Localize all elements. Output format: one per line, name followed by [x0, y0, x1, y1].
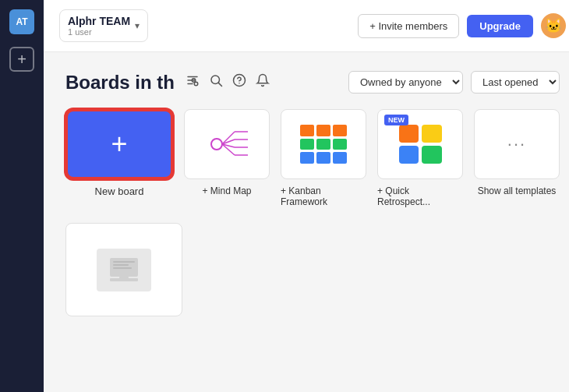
- ellipsis-icon: ···: [507, 134, 526, 154]
- template-card-retro[interactable]: NEW + Quick Retrospect...: [377, 109, 463, 207]
- svg-rect-20: [119, 277, 129, 280]
- retro-preview: NEW: [377, 109, 463, 179]
- page-title: Boards in th: [65, 72, 175, 94]
- bell-icon[interactable]: [256, 73, 270, 91]
- kanban-grid: [300, 125, 347, 164]
- kanban-cell: [333, 125, 347, 136]
- kanban-cell: [333, 152, 347, 164]
- main-content: Alphr TEAM 1 user ▾ + Invite members Upg…: [44, 0, 569, 392]
- sidebar-add-button[interactable]: +: [9, 47, 34, 72]
- help-icon[interactable]: [232, 73, 246, 91]
- svg-line-6: [218, 83, 221, 86]
- filter-icon[interactable]: [186, 73, 200, 91]
- retro-cell: [399, 146, 419, 164]
- template-card-kanban[interactable]: + Kanban Framework: [281, 109, 366, 207]
- mindmap-preview: [184, 109, 270, 179]
- show-templates-preview: ···: [474, 109, 560, 179]
- board-thumbnail: [97, 249, 151, 291]
- svg-rect-21: [113, 261, 135, 263]
- kanban-preview: [281, 109, 366, 179]
- show-all-templates-card[interactable]: ··· Show all templates: [474, 109, 560, 196]
- svg-point-9: [211, 139, 222, 150]
- svg-rect-22: [113, 264, 129, 266]
- plus-icon: +: [111, 130, 127, 158]
- boards-row: + New board: [65, 109, 560, 207]
- invite-members-button[interactable]: + Invite members: [358, 14, 459, 38]
- sidebar-avatar[interactable]: AT: [9, 9, 34, 34]
- boards-list: [65, 223, 560, 316]
- kanban-cell: [316, 139, 330, 150]
- new-board-card[interactable]: + New board: [65, 109, 173, 197]
- content-area: Boards in th: [44, 52, 569, 392]
- header: Alphr TEAM 1 user ▾ + Invite members Upg…: [44, 0, 569, 52]
- svg-rect-23: [113, 267, 132, 269]
- retro-grid: [399, 125, 442, 164]
- kanban-cell: [300, 152, 314, 164]
- kanban-cell: [316, 125, 330, 136]
- svg-point-3: [194, 82, 198, 86]
- kanban-cell: [333, 139, 347, 150]
- kanban-label: + Kanban Framework: [281, 185, 366, 207]
- sort-filter-select[interactable]: Last opened: [471, 71, 560, 94]
- header-actions: + Invite members Upgrade 🐱: [358, 13, 566, 38]
- mindmap-label: + Mind Map: [202, 185, 251, 196]
- kanban-cell: [300, 125, 314, 136]
- header-filters: Owned by anyone Last opened: [348, 71, 560, 94]
- kanban-cell: [316, 152, 330, 164]
- sidebar: AT +: [0, 0, 44, 392]
- workspace-info: Alphr TEAM 1 user: [68, 15, 130, 37]
- header-icons: [186, 73, 270, 91]
- search-icon[interactable]: [209, 73, 223, 91]
- retro-cell: [422, 125, 442, 143]
- owned-filter-select[interactable]: Owned by anyone: [348, 71, 463, 94]
- workspace-name: Alphr TEAM: [68, 15, 130, 27]
- workspace-selector[interactable]: Alphr TEAM 1 user ▾: [59, 9, 148, 42]
- template-card-mindmap[interactable]: + Mind Map: [184, 109, 270, 196]
- chevron-down-icon: ▾: [135, 20, 140, 31]
- new-badge: NEW: [384, 115, 408, 125]
- retro-cell: [422, 146, 442, 164]
- retro-label: + Quick Retrospect...: [377, 185, 463, 207]
- upgrade-button[interactable]: Upgrade: [467, 15, 533, 37]
- boards-header: Boards in th: [65, 71, 560, 94]
- retro-cell: [399, 125, 419, 143]
- new-board-label: New board: [95, 185, 144, 197]
- show-templates-label: Show all templates: [478, 185, 557, 196]
- user-avatar[interactable]: 🐱: [541, 13, 566, 38]
- workspace-users: 1 user: [68, 27, 130, 37]
- kanban-cell: [300, 139, 314, 150]
- board-item[interactable]: [65, 223, 182, 316]
- new-board-button[interactable]: +: [65, 109, 173, 179]
